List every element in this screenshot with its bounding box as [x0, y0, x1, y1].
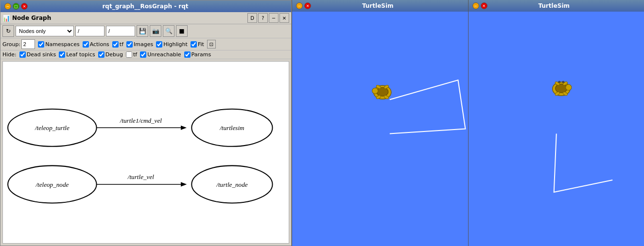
- svg-point-2: [372, 88, 378, 94]
- tf-hide-text: tf: [133, 51, 137, 58]
- debug-checkbox[interactable]: [98, 51, 104, 58]
- turtle1-sprite: [372, 84, 391, 99]
- tf-label: tf: [120, 41, 123, 48]
- graph-svg: /turtle1/cmd_vel /teleop_turtle /turtles…: [3, 62, 289, 243]
- rqt-title: rqt_graph__RosGraph - rqt: [28, 3, 263, 10]
- turtle2-path: [554, 134, 612, 192]
- save-button[interactable]: 💾: [137, 25, 148, 37]
- minimize-button[interactable]: ─: [4, 3, 11, 10]
- highlight-checkbox[interactable]: [156, 41, 162, 48]
- panel-title: Node Graph: [12, 15, 51, 21]
- options-row: Group: Namespaces Actions tf Images High…: [0, 38, 291, 50]
- rqt-window: ─ □ ✕ rqt_graph__RosGraph - rqt 📊 Node G…: [0, 0, 292, 246]
- fit-checkbox[interactable]: [191, 41, 197, 48]
- turtlesim2-title: TurtleSim: [487, 2, 621, 9]
- ts2-close-btn[interactable]: ✕: [481, 2, 487, 9]
- node-teleop-node-label: /teleop_node: [35, 181, 69, 188]
- dead-sinks-checkbox[interactable]: [19, 51, 26, 58]
- turtlesim-section: ─ ✕ TurtleSim: [292, 0, 644, 246]
- images-label: Images: [134, 41, 153, 48]
- turtle2-sprite: [552, 81, 571, 96]
- unreachable-text: Unreachable: [147, 51, 181, 58]
- panel-header: 📊 Node Graph D ? ─ ✕: [0, 12, 291, 24]
- ts1-minimize-btn[interactable]: ─: [296, 2, 303, 9]
- node-turtle-node-label: /turtle_node: [216, 181, 247, 188]
- actions-checkbox[interactable]: [83, 41, 89, 48]
- edge-2-label: /turtle_vel: [127, 173, 154, 180]
- turtlesim1-titlebar: ─ ✕ TurtleSim: [292, 0, 468, 12]
- graph-area[interactable]: /turtle1/cmd_vel /teleop_turtle /turtles…: [2, 61, 289, 244]
- square-button[interactable]: ■: [176, 25, 188, 37]
- leaf-topics-text: Leaf topics: [66, 51, 95, 58]
- namespaces-label: Namespaces: [45, 41, 79, 48]
- turtlesim1-window: ─ ✕ TurtleSim: [292, 0, 468, 246]
- fit-checkbox-label[interactable]: Fit: [191, 41, 204, 48]
- tf-checkbox[interactable]: [112, 41, 119, 48]
- close-button[interactable]: ✕: [21, 3, 28, 10]
- turtlesim1-svg: [292, 12, 468, 246]
- maximize-button[interactable]: □: [13, 3, 19, 10]
- display-mode-dropdown[interactable]: Nodes only Nodes/Topics (all) Nodes/Topi…: [16, 26, 74, 36]
- info-icon-btn[interactable]: ?: [258, 13, 268, 23]
- debug-text: Debug: [105, 51, 123, 58]
- highlight-label: Highlight: [163, 41, 188, 48]
- help-icon-btn[interactable]: D: [247, 13, 257, 23]
- params-label[interactable]: Params: [184, 51, 211, 58]
- turtlesim2-svg: [469, 12, 644, 246]
- turtlesim2-window: ─ ✕ TurtleSim: [468, 0, 644, 246]
- namespaces-checkbox-label[interactable]: Namespaces: [38, 41, 79, 48]
- tf-hide-checkbox[interactable]: [126, 51, 132, 58]
- hide-label: Hide:: [2, 51, 17, 58]
- turtlesim1-controls: ─ ✕: [296, 2, 311, 9]
- turtlesim2-canvas: [469, 12, 644, 246]
- turtlesim2-titlebar: ─ ✕ TurtleSim: [469, 0, 644, 12]
- unreachable-checkbox[interactable]: [140, 51, 146, 58]
- tf-checkbox-label[interactable]: tf: [112, 41, 123, 48]
- unreachable-label[interactable]: Unreachable: [140, 51, 181, 58]
- turtle1-path: [390, 80, 466, 133]
- rqt-titlebar: ─ □ ✕ rqt_graph__RosGraph - rqt: [0, 0, 291, 12]
- highlight-checkbox-label[interactable]: Highlight: [156, 41, 188, 48]
- node-turtlesim-label: /turtlesim: [219, 124, 244, 131]
- images-checkbox[interactable]: [126, 41, 133, 48]
- turtlesim1-canvas: [292, 12, 468, 246]
- params-text: Params: [191, 51, 211, 58]
- rqt-window-controls: ─ □ ✕: [4, 3, 28, 10]
- tf-hide-label[interactable]: tf: [126, 51, 137, 58]
- turtlesim2-controls: ─ ✕: [472, 2, 487, 9]
- group-label: Group:: [2, 41, 20, 48]
- dead-sinks-text: Dead sinks: [27, 51, 56, 58]
- ts2-minimize-btn[interactable]: ─: [472, 2, 479, 9]
- fit-icon-btn[interactable]: ⊡: [207, 40, 216, 49]
- panel-title-icons: D ? ─ ✕: [247, 13, 289, 23]
- debug-label[interactable]: Debug: [98, 51, 123, 58]
- group-spinner[interactable]: [21, 39, 35, 49]
- actions-label: Actions: [90, 41, 109, 48]
- screenshot-button[interactable]: 📷: [150, 25, 161, 37]
- svg-point-9: [565, 84, 571, 90]
- leaf-topics-label[interactable]: Leaf topics: [59, 51, 95, 58]
- dead-sinks-label[interactable]: Dead sinks: [19, 51, 56, 58]
- zoom-button[interactable]: 🔍: [163, 25, 174, 37]
- fit-label: Fit: [198, 41, 204, 48]
- namespaces-checkbox[interactable]: [38, 41, 44, 48]
- svg-point-8: [555, 84, 567, 93]
- params-checkbox[interactable]: [184, 51, 191, 58]
- filter2-input[interactable]: [106, 26, 135, 36]
- group-control: Group:: [2, 39, 35, 49]
- actions-checkbox-label[interactable]: Actions: [83, 41, 109, 48]
- hide-row: Hide: Dead sinks Leaf topics Debug tf Un…: [0, 50, 291, 59]
- filter1-input[interactable]: [75, 26, 104, 36]
- panel-minimize-btn[interactable]: ─: [269, 13, 278, 23]
- svg-point-1: [377, 87, 388, 96]
- toolbar-row: ↻ Nodes only Nodes/Topics (all) Nodes/To…: [0, 24, 291, 38]
- svg-point-14: [558, 81, 560, 83]
- leaf-topics-checkbox[interactable]: [59, 51, 65, 58]
- refresh-button[interactable]: ↻: [2, 25, 14, 37]
- node-teleop-turtle-label: /teleop_turtle: [35, 124, 70, 131]
- ts1-close-btn[interactable]: ✕: [304, 2, 311, 9]
- panel-close-btn[interactable]: ✕: [279, 13, 289, 23]
- edge-1-label: /turtle1/cmd_vel: [120, 117, 162, 124]
- images-checkbox-label[interactable]: Images: [126, 41, 153, 48]
- svg-point-15: [562, 81, 564, 83]
